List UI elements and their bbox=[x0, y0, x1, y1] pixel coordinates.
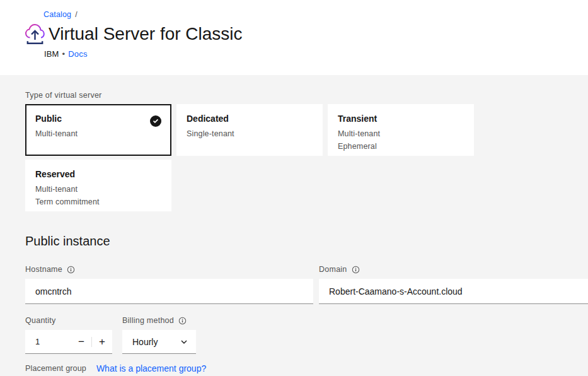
tile-subtitle: Multi-tenant bbox=[338, 127, 464, 140]
tile-dedicated[interactable]: Dedicated Single-tenant bbox=[176, 104, 323, 156]
billing-field-group: Billing method Hourly bbox=[122, 316, 196, 354]
breadcrumb-separator: / bbox=[75, 10, 78, 19]
product-header: Catalog/ bbox=[0, 0, 588, 75]
tile-title: Reserved bbox=[35, 169, 161, 180]
tile-public[interactable]: Public Multi-tenant bbox=[25, 104, 171, 156]
title-row: Virtual Server for Classic bbox=[24, 22, 588, 46]
billing-method-select[interactable]: Hourly bbox=[122, 330, 196, 354]
tile-reserved[interactable]: Reserved Multi-tenant Term commitment bbox=[25, 160, 171, 211]
tile-subtitle: Ephemeral bbox=[338, 140, 464, 153]
tile-subtitle: Multi-tenant bbox=[35, 183, 161, 196]
hostname-domain-row: Hostname Domain bbox=[25, 265, 588, 304]
chevron-down-icon bbox=[181, 340, 187, 344]
domain-label: Domain bbox=[319, 265, 347, 274]
cloud-upload-icon bbox=[24, 22, 45, 46]
hostname-label: Hostname bbox=[25, 265, 62, 274]
breadcrumb-catalog-link[interactable]: Catalog bbox=[43, 10, 71, 19]
quantity-decrement-button[interactable]: − bbox=[71, 330, 91, 353]
page-title: Virtual Server for Classic bbox=[49, 24, 243, 44]
type-of-virtual-server-label: Type of virtual server bbox=[25, 91, 588, 100]
domain-field-group: Domain bbox=[319, 265, 588, 304]
public-instance-heading: Public instance bbox=[25, 234, 588, 249]
billing-info-icon[interactable] bbox=[178, 317, 187, 325]
hostname-field-group: Hostname bbox=[25, 265, 313, 304]
quantity-field-group: Quantity − + bbox=[25, 316, 112, 354]
tile-title: Dedicated bbox=[187, 114, 313, 124]
provider-separator-dot: • bbox=[62, 49, 66, 59]
provider-label: IBM bbox=[44, 49, 59, 59]
billing-method-label: Billing method bbox=[122, 316, 174, 325]
server-type-tiles: Public Multi-tenant Dedicated Single-ten… bbox=[25, 104, 475, 211]
quantity-label: Quantity bbox=[25, 316, 56, 325]
tile-transient[interactable]: Transient Multi-tenant Ephemeral bbox=[328, 104, 474, 156]
placement-group-label: Placement group bbox=[25, 364, 86, 373]
breadcrumb: Catalog/ bbox=[43, 10, 588, 19]
tile-title: Transient bbox=[338, 114, 464, 124]
domain-info-icon[interactable] bbox=[352, 266, 360, 274]
placement-group-help-link[interactable]: What is a placement group? bbox=[96, 363, 206, 373]
docs-link[interactable]: Docs bbox=[68, 49, 87, 59]
hostname-info-icon[interactable] bbox=[67, 266, 75, 274]
placement-group-row: Placement group What is a placement grou… bbox=[25, 363, 588, 373]
quantity-billing-row: Quantity − + Billing method bbox=[25, 316, 588, 354]
quantity-stepper: − + bbox=[25, 330, 112, 354]
tile-title: Public bbox=[35, 114, 161, 124]
domain-input[interactable] bbox=[319, 279, 588, 304]
provision-form: Type of virtual server Public Multi-tena… bbox=[0, 75, 588, 376]
billing-method-value: Hourly bbox=[132, 337, 158, 347]
provider-row: IBM•Docs bbox=[44, 49, 588, 59]
quantity-increment-button[interactable]: + bbox=[92, 330, 112, 353]
tile-subtitle: Term commitment bbox=[35, 196, 161, 208]
hostname-input[interactable] bbox=[25, 279, 313, 304]
catalog-provision-page: Catalog/ bbox=[0, 0, 588, 376]
selected-checkmark-icon bbox=[150, 115, 161, 127]
quantity-input[interactable] bbox=[25, 330, 71, 353]
tile-subtitle: Single-tenant bbox=[187, 127, 313, 140]
tile-subtitle: Multi-tenant bbox=[35, 127, 161, 140]
